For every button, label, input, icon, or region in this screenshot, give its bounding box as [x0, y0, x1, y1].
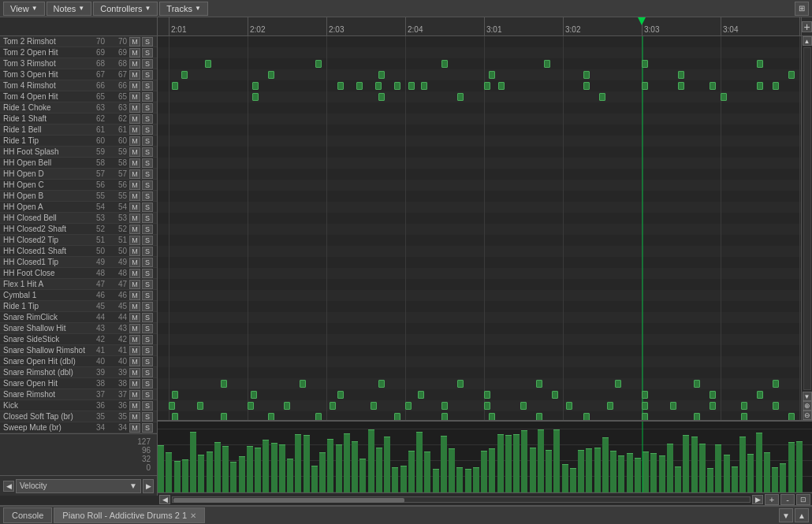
track-mute-btn[interactable]: M [129, 346, 140, 355]
note-block[interactable] [566, 402, 572, 410]
tab-rb-1[interactable]: ▼ [779, 508, 793, 522]
track-mute-btn[interactable]: M [129, 335, 140, 344]
note-block[interactable] [721, 93, 727, 101]
note-block[interactable] [583, 413, 590, 420]
note-block[interactable] [315, 60, 322, 68]
note-block[interactable] [678, 71, 684, 79]
note-block[interactable] [615, 380, 621, 388]
note-block[interactable] [252, 82, 259, 90]
track-solo-btn[interactable]: S [142, 357, 153, 366]
note-block[interactable] [520, 402, 527, 410]
note-block[interactable] [773, 82, 779, 90]
vel-right-btn[interactable]: ▶ [143, 479, 154, 493]
note-block[interactable] [757, 82, 763, 90]
note-block[interactable] [670, 402, 676, 410]
track-solo-btn[interactable]: S [142, 379, 153, 388]
tab-rb-2[interactable]: ▲ [795, 508, 809, 522]
track-solo-btn[interactable]: S [142, 70, 153, 80]
zoom-fit-btn[interactable]: ⊕ [803, 401, 812, 411]
note-block[interactable] [418, 391, 424, 399]
note-block[interactable] [205, 60, 211, 68]
note-block[interactable] [421, 82, 427, 90]
note-block[interactable] [583, 71, 590, 79]
add-track-btn[interactable]: + [802, 21, 812, 32]
track-solo-btn[interactable]: S [142, 103, 153, 113]
track-solo-btn[interactable]: S [142, 59, 153, 69]
note-block[interactable] [169, 402, 175, 410]
track-solo-btn[interactable]: S [142, 236, 153, 245]
track-mute-btn[interactable]: M [129, 423, 140, 433]
track-solo-btn[interactable]: S [142, 412, 153, 422]
hscroll-left-btn[interactable]: ◀ [159, 495, 170, 504]
track-solo-btn[interactable]: S [142, 136, 153, 146]
note-block[interactable] [694, 380, 700, 388]
track-solo-btn[interactable]: S [142, 92, 153, 102]
track-mute-btn[interactable]: M [129, 158, 140, 168]
track-mute-btn[interactable]: M [129, 379, 140, 388]
note-block[interactable] [583, 82, 590, 90]
note-block[interactable] [757, 391, 763, 399]
track-mute-btn[interactable]: M [129, 269, 140, 278]
scroll-down-btn[interactable]: ▼ [803, 392, 812, 401]
note-block[interactable] [378, 93, 385, 101]
controllers-menu[interactable]: Controllers ▼ [93, 2, 158, 16]
track-solo-btn[interactable]: S [142, 158, 153, 168]
note-block[interactable] [284, 402, 290, 410]
track-mute-btn[interactable]: M [129, 313, 140, 322]
track-mute-btn[interactable]: M [129, 48, 140, 58]
note-block[interactable] [710, 402, 716, 410]
note-block[interactable] [337, 82, 344, 90]
note-block[interactable] [441, 402, 448, 410]
zoom-out-btn[interactable]: ⊖ [803, 411, 812, 420]
note-grid[interactable] [158, 36, 801, 420]
track-mute-btn[interactable]: M [129, 136, 140, 146]
view-menu[interactable]: View ▼ [3, 2, 45, 16]
note-block[interactable] [378, 71, 385, 79]
track-solo-btn[interactable]: S [142, 180, 153, 190]
note-block[interactable] [607, 402, 613, 410]
note-block[interactable] [642, 82, 648, 90]
note-block[interactable] [498, 82, 505, 90]
track-solo-btn[interactable]: S [142, 191, 153, 201]
note-block[interactable] [197, 402, 203, 410]
hscroll-thumb[interactable] [173, 498, 404, 503]
track-solo-btn[interactable]: S [142, 225, 153, 234]
note-block[interactable] [252, 93, 259, 101]
note-block[interactable] [408, 82, 415, 90]
track-mute-btn[interactable]: M [129, 390, 140, 400]
note-block[interactable] [405, 402, 412, 410]
track-solo-btn[interactable]: S [142, 114, 153, 124]
note-block[interactable] [642, 402, 648, 410]
note-block[interactable] [330, 402, 336, 410]
grid-layout-btn[interactable]: ⊞ [795, 2, 809, 16]
note-block[interactable] [441, 60, 448, 68]
track-solo-btn[interactable]: S [142, 390, 153, 400]
note-block[interactable] [710, 82, 716, 90]
velocity-dropdown[interactable]: Velocity ▼ [16, 479, 141, 493]
track-mute-btn[interactable]: M [129, 125, 140, 135]
timeline[interactable]: 2:012:022:032:043:013:023:033:044:014:02 [158, 17, 801, 36]
note-block[interactable] [181, 71, 188, 79]
note-block[interactable] [337, 391, 344, 399]
note-block[interactable] [457, 93, 464, 101]
track-solo-btn[interactable]: S [142, 214, 153, 223]
note-block[interactable] [221, 413, 227, 420]
note-block[interactable] [536, 380, 542, 388]
track-mute-btn[interactable]: M [129, 412, 140, 422]
track-solo-btn[interactable]: S [142, 48, 153, 58]
track-mute-btn[interactable]: M [129, 357, 140, 366]
track-mute-btn[interactable]: M [129, 258, 140, 267]
track-mute-btn[interactable]: M [129, 147, 140, 157]
track-mute-btn[interactable]: M [129, 280, 140, 289]
note-block[interactable] [315, 413, 322, 420]
note-block[interactable] [356, 82, 363, 90]
note-block[interactable] [788, 71, 795, 79]
note-block[interactable] [268, 413, 274, 420]
track-solo-btn[interactable]: S [142, 203, 153, 212]
note-block[interactable] [773, 380, 779, 388]
note-block[interactable] [489, 413, 495, 420]
track-solo-btn[interactable]: S [142, 346, 153, 355]
note-block[interactable] [710, 391, 716, 399]
note-block[interactable] [757, 60, 763, 68]
track-solo-btn[interactable]: S [142, 423, 153, 433]
